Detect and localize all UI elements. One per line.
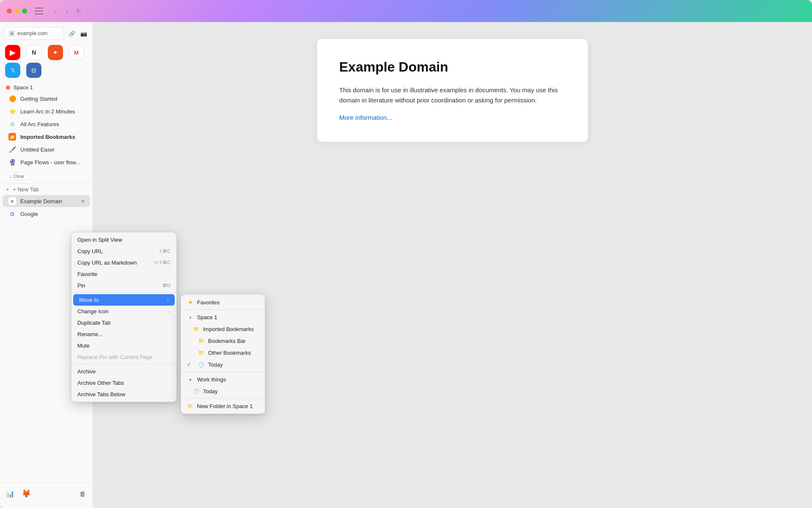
work-things-label: Work things (197, 376, 226, 383)
traffic-lights (7, 8, 27, 14)
trash-icon[interactable]: 🗑 (77, 488, 88, 500)
archive-label: Archive (77, 368, 96, 375)
sidebar-item-untitled-easel[interactable]: 🖌️ Untitled Easel (3, 144, 90, 155)
menu-item-pin[interactable]: Pin ⌘D (71, 280, 176, 291)
stats-icon[interactable]: 📊 (4, 488, 16, 500)
imported-bookmarks-icon: 📁 (8, 133, 16, 141)
work-things-icon: ● (187, 376, 194, 383)
menu-item-copy-url-md[interactable]: Copy URL as Markdown ⌥⇧⌘C (71, 257, 176, 268)
archive-below-label: Archive Tabs Below (77, 391, 125, 398)
pin-twitter[interactable]: 𝕏 (5, 63, 20, 78)
new-tab-button[interactable]: + + New Tab (0, 183, 93, 195)
nav-buttons: ‹ › ↻ (51, 7, 83, 15)
move-to-label: Move to (79, 297, 99, 303)
submenu-today[interactable]: ✓ 🕐 Today (181, 359, 265, 370)
menu-item-move-to[interactable]: Move to › (73, 294, 175, 306)
menu-item-copy-url[interactable]: Copy URL ⇧⌘C (71, 246, 176, 257)
menu-item-favorite[interactable]: Favorite (71, 268, 176, 280)
pin-gmail[interactable]: M (69, 45, 84, 60)
pin-youtube[interactable]: ▶ (5, 45, 20, 60)
submenu-today2[interactable]: 🕐 Today (181, 385, 265, 397)
clear-button[interactable]: ↓ Clear (6, 172, 28, 180)
bm-bar-label: Bookmarks Bar (208, 338, 246, 344)
sidebar-bottom: 📊 🦊 🗑 (0, 482, 93, 505)
menu-item-archive-below[interactable]: Archive Tabs Below (71, 389, 176, 400)
sidebar-item-page-flows[interactable]: 🔮 Page Flows - user flow... (3, 156, 90, 168)
minimize-button[interactable] (14, 8, 19, 14)
reload-button[interactable]: ↻ (74, 7, 83, 15)
mute-label: Mute (77, 342, 90, 349)
space-label: Space 1 (0, 83, 93, 92)
menu-item-open-split[interactable]: Open in Split View (71, 234, 176, 246)
submenu-imported-bookmarks[interactable]: 📁 Imported Bookmarks (181, 323, 265, 335)
webpage-card: Example Domain This domain is for use in… (317, 39, 588, 142)
back-button[interactable]: ‹ (51, 7, 59, 15)
bm-bar-icon: 📁 (198, 337, 205, 344)
sidebar-item-imported-bookmarks[interactable]: 📁 Imported Bookmarks (3, 131, 90, 143)
share-button[interactable]: 🔗 (67, 29, 77, 38)
clear-label: ↓ Clear (10, 174, 25, 179)
menu-item-rename[interactable]: Rename... (71, 329, 176, 340)
getting-started-icon: 🟠 (8, 95, 16, 102)
menu-item-change-icon[interactable]: Change Icon › (71, 306, 176, 317)
more-information-link[interactable]: More information... (339, 114, 392, 121)
page-flows-icon: 🔮 (8, 158, 16, 166)
urlbar[interactable]: e example.com (4, 27, 64, 40)
today2-icon: 🕐 (193, 388, 200, 395)
submenu-separator-3 (181, 398, 265, 399)
fullscreen-button[interactable] (22, 8, 27, 14)
pin-shortcut: ⌘D (162, 283, 170, 288)
today-label: Today (208, 362, 223, 368)
space-dot (6, 86, 10, 90)
webpage-description: This domain is for use in illustrative e… (339, 85, 566, 105)
new-tab-label: + New Tab (13, 186, 39, 193)
google-label: Google (20, 211, 38, 217)
imported-bookmarks-label: Imported Bookmarks (20, 134, 75, 140)
replace-pin-label: Replace Pin with Current Page (77, 354, 153, 360)
open-split-label: Open in Split View (77, 237, 122, 243)
menu-item-archive[interactable]: Archive (71, 366, 176, 377)
sidebar-toggle[interactable] (35, 8, 43, 14)
all-arc-label: All Arc Features (20, 121, 59, 127)
forward-button[interactable]: › (63, 7, 71, 15)
duplicate-tab-label: Duplicate Tab (77, 320, 111, 326)
separator-2 (71, 364, 176, 364)
separator-1 (71, 293, 176, 293)
screenshot-button[interactable]: 📷 (79, 29, 88, 38)
menu-item-duplicate-tab[interactable]: Duplicate Tab (71, 317, 176, 329)
avatar-icon[interactable]: 🦊 (20, 488, 32, 500)
pin-todoist[interactable]: ⊟ (26, 63, 41, 78)
sidebar-item-example-domain[interactable]: e Example Domain (3, 195, 90, 207)
webpage-title: Example Domain (339, 59, 566, 75)
submenu-favorites[interactable]: ★ Favorites (181, 296, 265, 308)
favorites-icon: ★ (187, 299, 194, 306)
new-folder-label: New Folder in Space 1 (197, 403, 253, 409)
urlbar-container: e example.com 🔗 📷 (0, 25, 93, 43)
url-text: example.com (17, 30, 47, 36)
submenu-bookmarks-bar[interactable]: 📁 Bookmarks Bar (181, 335, 265, 347)
submenu-space1[interactable]: ● Space 1 (181, 311, 265, 323)
menu-item-replace-pin: Replace Pin with Current Page (71, 351, 176, 363)
close-button[interactable] (7, 8, 12, 14)
pin-notion[interactable]: N (26, 45, 41, 60)
menu-item-mute[interactable]: Mute (71, 340, 176, 351)
pin-figma[interactable]: ✦ (48, 45, 63, 60)
submenu-other-bookmarks[interactable]: 📁 Other Bookmarks (181, 347, 265, 359)
archive-other-label: Archive Other Tabs (77, 380, 124, 386)
submenu-new-folder[interactable]: 📁 New Folder in Space 1 (181, 400, 265, 412)
sidebar-item-all-arc[interactable]: ☆ All Arc Features (3, 118, 90, 130)
all-arc-icon: ☆ (8, 120, 16, 128)
submenu-work-things[interactable]: ● Work things (181, 373, 265, 385)
sidebar-item-getting-started[interactable]: 🟠 Getting Started (3, 93, 90, 105)
plus-icon: + (6, 186, 9, 193)
imported-bm-icon: 📁 (193, 326, 200, 332)
menu-item-archive-other[interactable]: Archive Other Tabs (71, 377, 176, 389)
getting-started-label: Getting Started (20, 96, 57, 102)
other-bm-icon: 📁 (198, 349, 205, 356)
submenu-content: ★ Favorites ● Space 1 📁 Imported Bookmar… (181, 294, 265, 414)
learn-arc-icon: ⭐ (8, 108, 16, 115)
google-icon: G (8, 210, 16, 218)
new-folder-icon: 📁 (187, 403, 194, 409)
sidebar-item-google[interactable]: G Google (3, 208, 90, 220)
sidebar-item-learn-arc[interactable]: ⭐ Learn Arc in 2 Minutes (3, 105, 90, 117)
